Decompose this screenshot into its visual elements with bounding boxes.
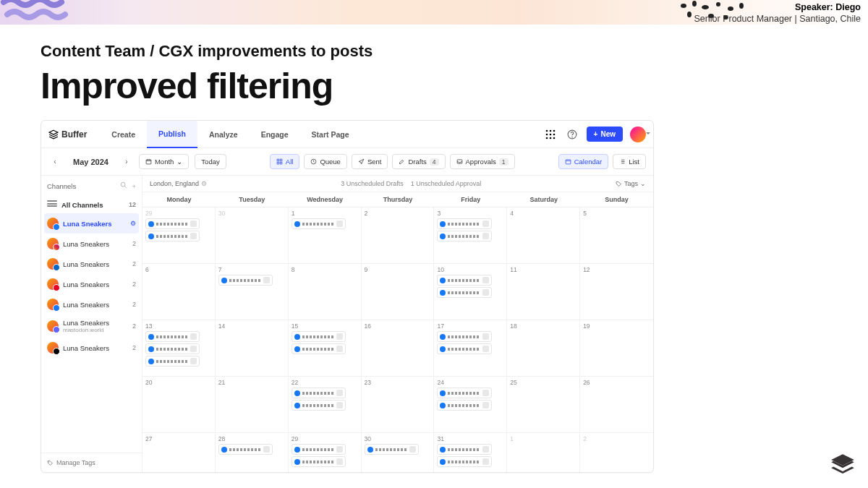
view-list[interactable]: List xyxy=(613,154,646,169)
filter-all[interactable]: All xyxy=(270,154,300,169)
calendar-day[interactable]: 1 xyxy=(289,207,362,264)
sidebar-channel-item[interactable]: Luna Sneakers2 xyxy=(41,338,142,358)
scheduled-post[interactable] xyxy=(145,231,200,241)
scheduled-post[interactable] xyxy=(292,331,346,342)
scheduled-post[interactable] xyxy=(292,388,346,398)
calendar-day[interactable]: 10 xyxy=(434,264,507,320)
filter-drafts[interactable]: Drafts4 xyxy=(392,154,445,169)
calendar-day[interactable]: 25 xyxy=(507,377,580,433)
sidebar-channel-item[interactable]: Luna Sneakers2 xyxy=(41,254,142,274)
prev-month-button[interactable]: ‹ xyxy=(48,155,61,168)
sidebar-channel-item[interactable]: Luna Sneakers2 xyxy=(41,234,142,254)
channel-settings-icon[interactable]: ⚙ xyxy=(130,220,136,227)
calendar-day[interactable]: 21 xyxy=(216,377,289,433)
calendar-day[interactable]: 3 xyxy=(434,207,507,264)
scheduled-post[interactable] xyxy=(437,456,491,467)
scheduled-post[interactable] xyxy=(437,388,491,398)
scheduled-post[interactable] xyxy=(145,218,200,229)
scheduled-post[interactable] xyxy=(218,444,273,455)
help-icon[interactable] xyxy=(565,127,579,142)
calendar-day[interactable]: 5 xyxy=(580,207,653,264)
calendar-day[interactable]: 14 xyxy=(216,320,289,377)
calendar-day[interactable]: 29 xyxy=(142,207,216,264)
scheduled-post[interactable] xyxy=(437,231,491,241)
brand[interactable]: Buffer xyxy=(48,129,87,140)
location-gear-icon[interactable]: ⚙ xyxy=(201,180,207,187)
today-button[interactable]: Today xyxy=(195,154,226,169)
sidebar-item-all-channels[interactable]: All Channels 12 xyxy=(41,196,142,213)
scheduled-post[interactable] xyxy=(437,218,491,229)
user-avatar[interactable] xyxy=(630,127,646,142)
calendar-day[interactable]: 6 xyxy=(142,264,216,320)
filter-approvals[interactable]: Approvals1 xyxy=(450,154,515,169)
calendar-day[interactable]: 11 xyxy=(507,264,580,320)
calendar-day[interactable]: 12 xyxy=(580,264,653,320)
apps-grid-icon[interactable] xyxy=(543,127,558,142)
nav-tab-create[interactable]: Create xyxy=(100,121,147,148)
scheduled-post[interactable] xyxy=(292,456,346,467)
tags-dropdown[interactable]: Tags ⌄ xyxy=(616,180,646,187)
calendar-day[interactable]: 17 xyxy=(434,320,507,377)
calendar-day[interactable]: 1 xyxy=(507,433,580,472)
nav-tab-engage[interactable]: Engage xyxy=(250,121,300,148)
calendar-day[interactable]: 30 xyxy=(362,433,435,472)
scheduled-post[interactable] xyxy=(437,343,491,354)
calendar-grid[interactable]: 2930123456789101112131415161718192021222… xyxy=(142,207,653,472)
new-button[interactable]: +New xyxy=(587,127,623,142)
scheduled-post[interactable] xyxy=(437,400,491,411)
scheduled-post[interactable] xyxy=(437,331,491,342)
post-preview-text xyxy=(448,348,480,351)
calendar-day[interactable]: 26 xyxy=(580,377,653,433)
calendar-day[interactable]: 4 xyxy=(507,207,580,264)
calendar-day[interactable]: 19 xyxy=(580,320,653,377)
scheduled-post[interactable] xyxy=(145,331,200,342)
post-preview-text xyxy=(156,360,188,363)
month-view-dropdown[interactable]: Month ⌄ xyxy=(139,154,189,169)
scheduled-post[interactable] xyxy=(437,275,491,286)
scheduled-post[interactable] xyxy=(145,343,200,354)
calendar-day[interactable]: 27 xyxy=(142,433,216,472)
next-month-button[interactable]: › xyxy=(120,155,133,168)
calendar-day[interactable]: 23 xyxy=(362,377,435,433)
calendar-day[interactable]: 20 xyxy=(142,377,216,433)
nav-tab-start-page[interactable]: Start Page xyxy=(300,121,361,148)
scheduled-post[interactable] xyxy=(437,287,491,298)
scheduled-post[interactable] xyxy=(292,444,346,455)
scheduled-post[interactable] xyxy=(365,444,419,455)
manage-tags-link[interactable]: Manage Tags xyxy=(41,453,142,472)
calendar-day[interactable]: 13 xyxy=(142,320,216,377)
view-calendar[interactable]: Calendar xyxy=(558,154,609,169)
calendar-day[interactable]: 16 xyxy=(362,320,435,377)
filter-queue[interactable]: Queue xyxy=(304,154,347,169)
calendar-day[interactable]: 2 xyxy=(580,433,653,472)
scheduled-post[interactable] xyxy=(292,218,346,229)
scheduled-post[interactable] xyxy=(437,444,491,455)
sidebar-channel-item[interactable]: Luna Sneakers⚙ xyxy=(44,213,139,234)
calendar-day[interactable]: 29 xyxy=(289,433,362,472)
calendar-day[interactable]: 9 xyxy=(362,264,435,320)
filter-drafts-label: Drafts xyxy=(408,158,426,166)
sidebar-channel-item[interactable]: Luna Sneakers2 xyxy=(41,274,142,294)
scheduled-post[interactable] xyxy=(292,400,346,411)
nav-tab-analyze[interactable]: Analyze xyxy=(197,121,250,148)
sidebar-channel-item[interactable]: Luna Sneakersmastodon.world2 xyxy=(41,314,142,338)
calendar-day[interactable]: 2 xyxy=(362,207,435,264)
sidebar-channel-item[interactable]: Luna Sneakers2 xyxy=(41,294,142,314)
calendar-day[interactable]: 22 xyxy=(289,377,362,433)
calendar-day[interactable]: 18 xyxy=(507,320,580,377)
calendar-day[interactable]: 7 xyxy=(216,264,289,320)
post-network-icon xyxy=(294,334,300,340)
calendar-day[interactable]: 8 xyxy=(289,264,362,320)
nav-tab-publish[interactable]: Publish xyxy=(147,121,197,148)
search-channels-icon[interactable] xyxy=(120,181,127,190)
filter-sent[interactable]: Sent xyxy=(352,154,388,169)
scheduled-post[interactable] xyxy=(218,275,273,286)
calendar-day[interactable]: 30 xyxy=(216,207,289,264)
add-channel-icon[interactable]: + xyxy=(132,182,136,190)
calendar-day[interactable]: 24 xyxy=(434,377,507,433)
scheduled-post[interactable] xyxy=(292,343,346,354)
scheduled-post[interactable] xyxy=(145,356,200,367)
calendar-day[interactable]: 28 xyxy=(216,433,289,472)
calendar-day[interactable]: 31 xyxy=(434,433,507,472)
calendar-day[interactable]: 15 xyxy=(289,320,362,377)
